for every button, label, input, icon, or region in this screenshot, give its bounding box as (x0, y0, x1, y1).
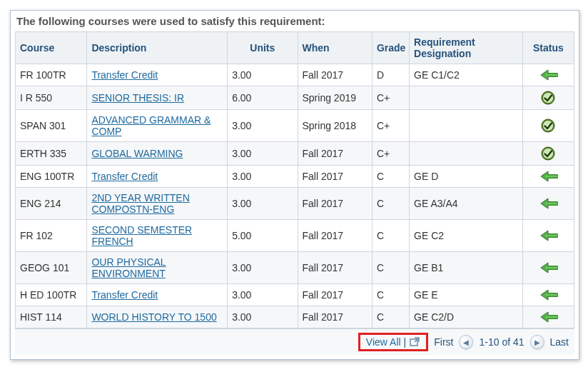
cell-description: SENIOR THESIS: IR (87, 86, 228, 110)
cell-status (522, 142, 574, 166)
view-all-link[interactable]: View All (366, 336, 401, 348)
cell-grade: C+ (372, 142, 409, 166)
col-description[interactable]: Description (87, 32, 228, 64)
cell-status (522, 220, 574, 252)
description-link[interactable]: Transfer Credit (91, 171, 158, 182)
table-header-row: Course Description Units When Grade Requ… (16, 32, 574, 64)
cell-requirement: GE A3/A4 (410, 188, 523, 220)
cell-units: 3.00 (228, 166, 298, 188)
last-link[interactable]: Last (550, 336, 569, 348)
cell-grade: C (372, 252, 409, 284)
description-link[interactable]: OUR PHYSICAL ENVIRONMENT (91, 256, 166, 279)
description-link[interactable]: SECOND SEMESTER FRENCH (91, 224, 192, 247)
description-link[interactable]: Transfer Credit (91, 69, 158, 81)
cell-when: Fall 2017 (298, 142, 372, 166)
col-status[interactable]: Status (522, 32, 574, 64)
cell-description: 2ND YEAR WRITTEN COMPOSTN-ENG (87, 188, 228, 220)
cell-status (522, 284, 574, 306)
col-grade[interactable]: Grade (372, 32, 409, 64)
next-button[interactable]: ▶ (530, 335, 544, 349)
cell-units: 3.00 (228, 110, 298, 142)
cell-description: SECOND SEMESTER FRENCH (87, 220, 228, 252)
cell-course: ERTH 335 (16, 142, 87, 166)
cell-course: FR 102 (16, 220, 87, 252)
description-link[interactable]: GLOBAL WARMING (91, 148, 183, 159)
cell-status (522, 86, 574, 110)
cell-description: OUR PHYSICAL ENVIRONMENT (87, 252, 228, 284)
table-row: FR 100TRTransfer Credit3.00Fall 2017DGE … (16, 64, 574, 86)
cell-grade: C (372, 220, 409, 252)
transfer-arrow-icon (527, 261, 569, 274)
cell-description: Transfer Credit (87, 284, 228, 306)
first-link[interactable]: First (434, 336, 453, 348)
col-requirement[interactable]: Requirement Designation (410, 32, 523, 64)
table-row: ERTH 335GLOBAL WARMING3.00Fall 2017C+ (16, 142, 574, 166)
table-row: SPAN 301ADVANCED GRAMMAR & COMP3.00Sprin… (16, 110, 574, 142)
panel-title: The following courses were used to satis… (11, 11, 579, 31)
col-course[interactable]: Course (16, 32, 87, 64)
cell-requirement: GE C1/C2 (410, 64, 523, 86)
cell-course: H ED 100TR (16, 284, 87, 306)
description-link[interactable]: SENIOR THESIS: IR (91, 92, 184, 104)
cell-requirement: GE E (410, 284, 523, 306)
cell-description: ADVANCED GRAMMAR & COMP (87, 110, 228, 142)
range-label: 1-10 of 41 (479, 336, 524, 348)
cell-when: Fall 2017 (298, 220, 372, 252)
description-link[interactable]: 2ND YEAR WRITTEN COMPOSTN-ENG (91, 192, 189, 215)
view-all-highlight: View All | (358, 333, 428, 351)
cell-description: GLOBAL WARMING (87, 142, 228, 166)
cell-units: 3.00 (228, 188, 298, 220)
completed-check-icon (527, 91, 569, 105)
cell-requirement: GE C2/D (410, 306, 523, 328)
cell-units: 3.00 (228, 64, 298, 86)
cell-description: WORLD HISTORY TO 1500 (87, 306, 228, 328)
transfer-arrow-icon (527, 197, 569, 210)
completed-check-icon (527, 146, 569, 161)
cell-units: 6.00 (228, 86, 298, 110)
description-link[interactable]: WORLD HISTORY TO 1500 (91, 311, 216, 323)
cell-status (522, 64, 574, 86)
description-link[interactable]: Transfer Credit (91, 289, 158, 301)
cell-course: GEOG 101 (16, 252, 87, 284)
table-row: H ED 100TRTransfer Credit3.00Fall 2017CG… (16, 284, 574, 306)
cell-when: Fall 2017 (298, 252, 372, 284)
cell-course: ENG 214 (16, 188, 87, 220)
col-when[interactable]: When (298, 32, 372, 64)
cell-grade: C (372, 166, 409, 188)
transfer-arrow-icon (527, 311, 569, 323)
cell-grade: C+ (372, 86, 409, 110)
cell-grade: D (372, 64, 409, 86)
cell-grade: C (372, 188, 409, 220)
cell-when: Spring 2019 (298, 86, 372, 110)
transfer-arrow-icon (527, 170, 569, 183)
cell-requirement: GE D (410, 166, 523, 188)
cell-requirement: GE B1 (410, 252, 523, 284)
popout-icon[interactable] (409, 336, 420, 348)
cell-when: Spring 2018 (298, 110, 372, 142)
transfer-arrow-icon (527, 229, 569, 242)
table-footer: View All | First ◀ 1-10 of 41 ▶ Last (15, 328, 574, 355)
requirement-courses-panel: The following courses were used to satis… (10, 10, 579, 360)
table-row: ENG 100TRTransfer Credit3.00Fall 2017CGE… (16, 166, 574, 188)
cell-when: Fall 2017 (298, 306, 372, 328)
completed-check-icon (527, 119, 569, 133)
table-row: FR 102SECOND SEMESTER FRENCH5.00Fall 201… (16, 220, 574, 252)
cell-when: Fall 2017 (298, 188, 372, 220)
table-row: GEOG 101OUR PHYSICAL ENVIRONMENT3.00Fall… (16, 252, 574, 284)
cell-units: 3.00 (228, 306, 298, 328)
cell-status (522, 306, 574, 328)
cell-course: HIST 114 (16, 306, 87, 328)
description-link[interactable]: ADVANCED GRAMMAR & COMP (91, 114, 211, 137)
transfer-arrow-icon (527, 288, 569, 301)
cell-when: Fall 2017 (298, 64, 372, 86)
cell-when: Fall 2017 (298, 166, 372, 188)
cell-when: Fall 2017 (298, 284, 372, 306)
cell-units: 3.00 (228, 252, 298, 284)
cell-grade: C+ (372, 110, 409, 142)
cell-status (522, 252, 574, 284)
col-units[interactable]: Units (228, 32, 298, 64)
cell-grade: C (372, 306, 409, 328)
cell-status (522, 110, 574, 142)
cell-description: Transfer Credit (87, 64, 228, 86)
prev-button[interactable]: ◀ (459, 335, 473, 349)
